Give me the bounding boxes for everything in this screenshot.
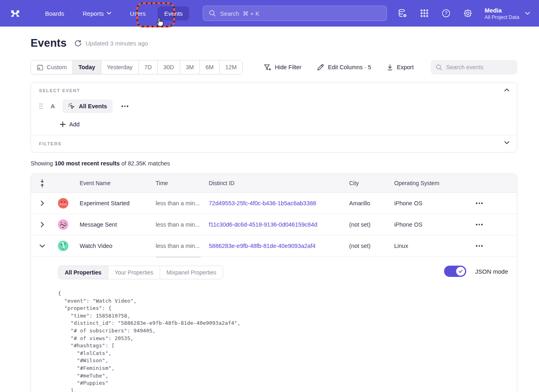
last-updated-text: Updated 3 minutes ago [86,40,148,47]
json-line: "# of subscribers": 949405, [58,327,509,335]
distinct-id-link[interactable]: 5886283e-e9fb-48fb-81de-40e9093a2af4 [209,243,349,249]
col-city[interactable]: City [349,180,394,186]
filters-label: FILTERS [39,141,509,146]
hide-filter-button[interactable]: Hide Filter [263,64,301,71]
event-name: Experiment Started [80,200,156,206]
search-icon [436,64,442,71]
all-events-selector[interactable]: All Events [62,99,113,113]
col-distinct-id[interactable]: Distinct ID [209,180,349,186]
nav-item-reports[interactable]: Reports [76,6,118,21]
event-json-view: { "event": "Watch Video", "properties": … [58,290,509,392]
collapse-row-button[interactable] [31,244,53,248]
row-options-icon[interactable] [474,201,517,206]
magic-cursor-icon [68,103,75,110]
range-30d[interactable]: 30D [158,60,180,74]
json-mode-toggle[interactable] [444,266,466,277]
range-today[interactable]: Today [73,60,101,74]
project-switcher[interactable]: Media All Project Data [485,6,530,21]
tab-your-properties[interactable]: Your Properties [108,266,160,279]
project-subtitle: All Project Data [485,14,519,21]
event-options-icon[interactable] [120,104,130,109]
edit-columns-button[interactable]: Edit Columns · 5 [317,64,371,71]
properties-tabs: All Properties Your Properties Mixpanel … [58,266,223,279]
toolbar: Custom Today Yesterday 7D 30D 3M 6M 12M … [31,60,517,74]
json-line: "#meTube", [58,372,509,380]
event-clause-row: A All Events [39,99,509,113]
data-management-icon[interactable] [398,8,407,18]
range-6m[interactable]: 6M [200,60,220,74]
range-custom[interactable]: Custom [31,60,73,74]
mixpanel-logo-icon[interactable] [9,6,23,20]
events-table: Event Name Time Distinct ID City Operati… [31,173,517,392]
col-event-name[interactable]: Event Name [80,180,156,186]
select-event-label: SELECT EVENT [39,88,509,93]
refresh-icon[interactable] [74,39,82,47]
event-city: (not set) [349,243,394,249]
chevron-right-icon [41,200,44,206]
col-time[interactable]: Time [156,180,209,186]
expand-filters-button[interactable] [504,141,510,144]
global-search[interactable] [203,6,387,21]
apps-grid-icon[interactable] [420,8,429,18]
json-line: { [58,290,509,297]
drag-handle-icon[interactable] [39,103,43,109]
json-line: "event": "Watch Video", [58,297,509,305]
plus-icon [60,122,66,127]
events-search[interactable] [431,60,517,74]
col-os[interactable]: Operating System [394,180,469,186]
json-line: "time": 1585810758, [58,312,509,320]
settings-gear-icon[interactable] [463,8,473,18]
json-line: "#Feminism", [58,365,509,372]
distinct-id-link[interactable]: 72d49553-25fc-4f0c-b436-1b5ac6ab3388 [209,200,349,206]
json-line: "properties": { [58,305,509,312]
nav-item-events[interactable]: Events [158,6,189,21]
export-button[interactable]: Export [387,64,414,71]
download-icon [387,64,393,71]
help-icon[interactable]: ? [441,8,451,18]
nav-item-boards[interactable]: Boards [39,6,71,21]
event-os: Linux [394,243,469,249]
collapse-select-event-button[interactable] [504,88,510,92]
event-city: (not set) [349,221,394,228]
collapse-all-icon[interactable] [39,179,45,188]
event-detail-panel: All Properties Your Properties Mixpanel … [31,257,517,392]
expand-row-button[interactable] [31,200,53,206]
event-avatar [58,219,68,230]
json-line: ], [58,387,509,392]
query-builder-card: SELECT EVENT A All Events Add [31,82,517,153]
range-7d[interactable]: 7D [139,60,158,74]
pencil-icon [317,64,324,71]
row-options-icon[interactable] [474,243,517,248]
range-yesterday[interactable]: Yesterday [101,60,139,74]
tab-all-properties[interactable]: All Properties [58,266,108,279]
range-3m[interactable]: 3M [180,60,200,74]
events-page: Events Updated 3 minutes ago Custom Toda… [0,27,539,392]
table-header: Event Name Time Distinct ID City Operati… [31,174,517,193]
range-12m[interactable]: 12M [220,60,242,74]
event-avatar [58,241,68,251]
event-name: Watch Video [80,243,156,249]
row-options-icon[interactable] [474,222,517,227]
table-row-expanded: Watch Video less than a min... 5886283e-… [31,235,517,257]
distinct-id-link[interactable]: f11c30d6-dc6d-4518-9136-0d046159c84d [209,221,349,228]
chevron-right-icon [41,222,44,227]
json-line: "#hashtags": [ [58,342,509,350]
json-line: "# of views": 20535, [58,335,509,342]
table-row: Experiment Started less than a min... 72… [31,193,517,214]
toggle-knob [456,267,465,276]
expand-row-button[interactable] [31,222,53,227]
json-line: "distinct_id": "5886283e-e9fb-48fb-81de-… [58,320,509,327]
navbar-right: ? Media All Project Data [398,6,530,21]
event-time: less than a min... [156,221,209,228]
top-navbar: Boards Reports Users Events ? Media All … [0,0,539,27]
chevron-down-icon [39,244,45,248]
global-search-input[interactable] [220,10,381,17]
project-name: Media [485,6,519,14]
results-summary: Showing 100 most recent results of 82.35… [31,160,517,167]
select-event-section: SELECT EVENT A All Events Add [31,83,517,135]
nav-item-users[interactable]: Users [123,6,152,21]
tab-mixpanel-properties[interactable]: Mixpanel Properties [160,266,223,279]
add-event-button[interactable]: Add [60,121,509,128]
table-row: Message Sent less than a min... f11c30d6… [31,214,517,235]
events-search-input[interactable] [446,64,512,70]
